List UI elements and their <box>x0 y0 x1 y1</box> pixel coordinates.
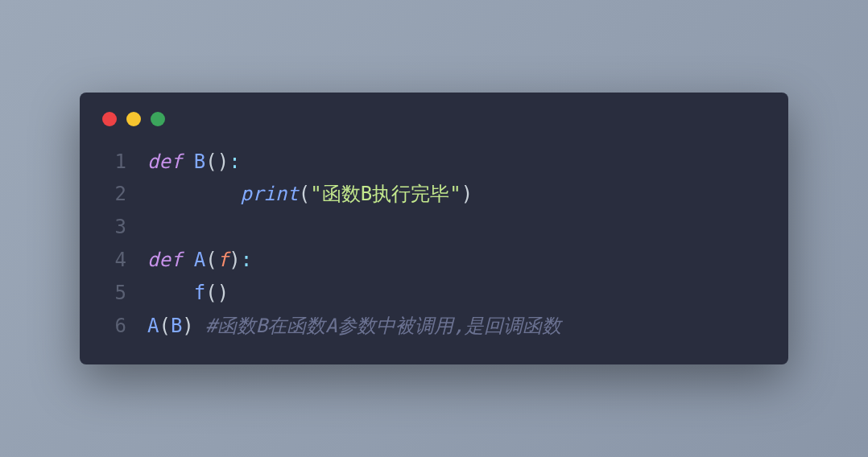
paren: ( <box>205 150 217 173</box>
code-area: 1 def B(): 2 print("函数B执行完毕") 3 4 def A(… <box>80 146 788 343</box>
function-call: A <box>147 315 159 337</box>
line-number: 5 <box>102 277 126 310</box>
paren: ) <box>229 249 240 271</box>
keyword-def: def <box>147 249 182 271</box>
paren: ) <box>217 282 229 304</box>
line-number: 6 <box>102 310 126 343</box>
line-number: 4 <box>102 244 126 277</box>
paren: ( <box>159 315 170 337</box>
builtin-print: print <box>241 183 299 205</box>
colon: : <box>241 249 252 271</box>
paren: ) <box>182 315 193 337</box>
keyword-def: def <box>147 150 182 173</box>
function-name: B <box>194 150 205 173</box>
function-name: A <box>194 249 205 271</box>
paren: ( <box>299 183 310 205</box>
argument: B <box>171 315 182 337</box>
paren: ) <box>217 150 229 173</box>
line-number: 2 <box>102 178 126 211</box>
parameter: f <box>217 249 229 271</box>
window-controls <box>80 112 788 146</box>
maximize-icon[interactable] <box>151 112 165 126</box>
code-line: 4 def A(f): <box>80 244 788 277</box>
code-editor-window: 1 def B(): 2 print("函数B执行完毕") 3 4 def A(… <box>80 93 788 365</box>
string-literal: "函数B执行完毕" <box>310 183 461 205</box>
line-number: 1 <box>102 146 126 179</box>
paren: ) <box>461 183 473 205</box>
code-line: 2 print("函数B执行完毕") <box>80 178 788 211</box>
code-line: 3 <box>80 211 788 244</box>
code-line: 1 def B(): <box>80 146 788 179</box>
comment: #函数B在函数A参数中被调用,是回调函数 <box>205 315 561 337</box>
close-icon[interactable] <box>102 112 117 126</box>
paren: ( <box>205 249 217 271</box>
paren: ( <box>205 282 217 304</box>
function-call: f <box>194 282 205 304</box>
line-content: f() <box>147 277 229 310</box>
code-line: 6 A(B) #函数B在函数A参数中被调用,是回调函数 <box>80 310 788 343</box>
line-content: A(B) #函数B在函数A参数中被调用,是回调函数 <box>147 310 561 343</box>
code-line: 5 f() <box>80 277 788 310</box>
minimize-icon[interactable] <box>126 112 141 126</box>
line-content: def A(f): <box>147 244 252 277</box>
colon: : <box>229 150 240 173</box>
line-number: 3 <box>102 211 126 244</box>
line-content: def B(): <box>147 146 241 179</box>
line-content: print("函数B执行完毕") <box>147 178 473 211</box>
